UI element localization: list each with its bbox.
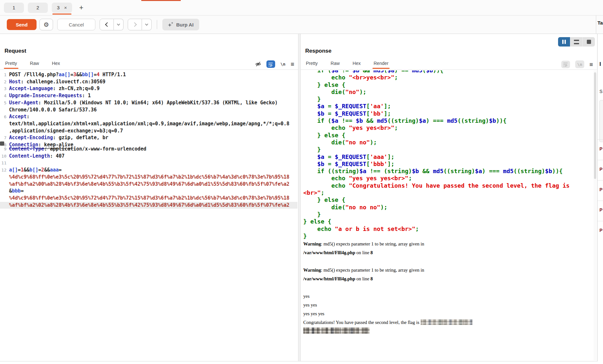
line-content: Chrome/140.0.0.0 Safari/537.36	[9, 107, 297, 114]
response-code-line: }	[303, 233, 593, 240]
response-view-icons: \n ≡	[561, 60, 593, 68]
response-tab-hex[interactable]: Hex	[352, 61, 361, 69]
cancel-button[interactable]: Cancel	[57, 19, 95, 30]
line-content: Accept-Encoding: gzip, deflate, br	[9, 134, 297, 141]
line-content: %af%bf%a2%02%a8%28%4b%f3%6e%8e%4b%55%b3%…	[9, 202, 297, 209]
editor-split: Request PrettyRawHex \n ≡ 1POST /Fl	[0, 34, 603, 361]
target-label-fragment: Tar	[598, 20, 603, 26]
inspector-section-fragment[interactable]: P	[598, 201, 603, 221]
repeater-tab-1[interactable]: 1	[4, 3, 24, 13]
line-number: 2	[0, 78, 9, 86]
line-number: 10	[0, 153, 9, 160]
response-code-line: } else {	[303, 218, 593, 225]
request-line: ,application/signed-exchange;v=b3;q=0.7	[0, 128, 297, 135]
hide-eye-icon[interactable]	[255, 61, 261, 67]
response-scrollbar-thumb[interactable]	[594, 72, 596, 179]
chevron-down-icon	[117, 23, 120, 26]
response-tab-pretty[interactable]: Pretty	[305, 61, 318, 69]
line-content: User-Agent: Mozilla/5.0 (Windows NT 10.0…	[9, 99, 297, 107]
repeater-tab-3[interactable]: 3×	[52, 3, 72, 13]
line-content: %4d%c9%68%ff%0e%e3%5c%20%95%72%d4%77%7b%…	[9, 195, 297, 202]
response-render-output: Warning: md5() expects parameter 1 to be…	[303, 240, 592, 336]
request-line: %af%bf%a2%00%a8%28%4b%f3%6e%8e%4b%55%b3%…	[0, 181, 297, 188]
inspector-box-fragment	[599, 100, 603, 142]
inspector-section-fragment[interactable]: P	[598, 160, 603, 180]
redacted-flag-mosaic	[303, 328, 370, 334]
request-panel: Request PrettyRawHex \n ≡ 1POST /Fl	[0, 34, 298, 361]
response-code-line: echo "yes yes yes<br>";	[303, 175, 593, 182]
request-line: 2Host: challenge.ilovectf.cn:30569	[0, 78, 297, 86]
line-number: 5	[0, 99, 9, 107]
inspector-section-fragment[interactable]: P	[598, 140, 603, 160]
word-wrap-icon[interactable]	[266, 60, 275, 68]
back-dropdown-button[interactable]	[114, 19, 124, 30]
request-line: 11	[0, 160, 297, 167]
repeater-tab-2[interactable]: 2	[28, 3, 48, 13]
line-number: 4	[0, 92, 9, 99]
tab-label: 3	[57, 5, 59, 10]
close-icon[interactable]: ×	[64, 5, 67, 10]
request-editor[interactable]: 1POST /Flll4g.php?aa[]=3&&bb[]=4 HTTP/1.…	[0, 70, 297, 361]
burp-ai-button[interactable]: Burp AI	[162, 19, 199, 30]
newline-toggle-icon[interactable]: \n	[280, 62, 285, 67]
inspector-header-fragment[interactable]: I	[599, 61, 601, 68]
section-letter-fragment: P	[599, 228, 602, 233]
line-content: POST /Flll4g.php?aa[]=3&&bb[]=4 HTTP/1.1	[9, 71, 297, 78]
inspector-section-fragment[interactable]: P	[598, 221, 603, 241]
response-tab-raw[interactable]: Raw	[330, 61, 340, 69]
request-line: %af%bf%a2%02%a8%28%4b%f3%6e%8e%4b%55%b3%…	[0, 202, 297, 209]
response-tabs-divider	[301, 69, 597, 70]
line-content: Host: challenge.ilovectf.cn:30569	[9, 78, 297, 86]
response-render-code: if ($a != $b && md5($a) == md5($b)){ ech…	[303, 70, 593, 240]
layout-rows-button[interactable]	[570, 37, 583, 47]
response-code-line: echo "<br>yes<br>";	[303, 74, 593, 81]
section-letter-fragment: P	[599, 167, 602, 172]
response-code-line: if ($a !== $b && md5((string)$a) === md5…	[303, 117, 593, 124]
request-line: %4d%c9%68%ff%0e%e3%5c%20%95%72%d4%77%7b%…	[0, 174, 297, 181]
panel-split-divider[interactable]	[298, 34, 301, 361]
response-code-line: }	[303, 211, 593, 218]
request-line: text/html,application/xhtml+xml,applicat…	[0, 120, 297, 128]
request-tab-hex[interactable]: Hex	[51, 61, 61, 69]
back-button[interactable]	[100, 19, 114, 30]
inspector-section-fragment[interactable]: P	[598, 180, 603, 201]
word-wrap-icon[interactable]	[561, 61, 570, 68]
line-number: 8	[0, 141, 9, 146]
newline-toggle-icon[interactable]: \n	[575, 60, 584, 68]
inspector-strip: I S PPPPP	[597, 34, 603, 361]
gear-icon[interactable]: ⚙	[39, 19, 53, 30]
section-letter-fragment: P	[599, 187, 602, 192]
add-tab-button[interactable]: +	[77, 4, 85, 12]
response-code-line: $b = $_REQUEST['bb'];	[303, 110, 593, 117]
line-content: Upgrade-Insecure-Requests: 1	[9, 92, 297, 99]
request-line: 6Accept:	[0, 113, 297, 120]
layout-single-button[interactable]	[583, 37, 595, 47]
response-code-line: if ($a != $b && md5($a) == md5($b)){	[303, 70, 593, 74]
line-content: &bbb=	[9, 188, 297, 195]
response-tabs: PrettyRawHexRender	[305, 61, 389, 69]
line-content: Connection: keep-alive	[9, 141, 73, 146]
history-forward-group	[128, 19, 152, 30]
layout-selector	[558, 37, 595, 47]
response-code-line: <br>";	[303, 189, 593, 196]
layout-columns-button[interactable]	[558, 37, 570, 47]
response-title: Response	[305, 48, 331, 54]
response-code-line: $a = $_REQUEST['aaa'];	[303, 153, 593, 161]
tab-label: 2	[37, 5, 39, 10]
request-tab-raw[interactable]: Raw	[29, 61, 40, 69]
send-button[interactable]: Send	[7, 19, 37, 30]
response-code-line: } else {	[303, 81, 593, 88]
request-tab-pretty[interactable]: Pretty	[5, 61, 18, 69]
response-code-line: die("no no no");	[303, 204, 593, 211]
forward-dropdown-button[interactable]	[142, 19, 152, 30]
response-tab-render[interactable]: Render	[373, 61, 389, 69]
forward-button[interactable]	[128, 19, 142, 30]
toolbar-right-divider	[596, 16, 596, 34]
response-code-line: } else {	[303, 196, 593, 203]
request-tabs: PrettyRawHex	[5, 61, 61, 69]
php-warning: Warning: md5() expects parameter 1 to be…	[303, 266, 592, 283]
response-menu-icon[interactable]: ≡	[589, 61, 593, 68]
response-code-line: $b = $_REQUEST['bbb'];	[303, 161, 593, 168]
chevron-left-icon	[105, 22, 109, 27]
request-menu-icon[interactable]: ≡	[291, 61, 294, 67]
